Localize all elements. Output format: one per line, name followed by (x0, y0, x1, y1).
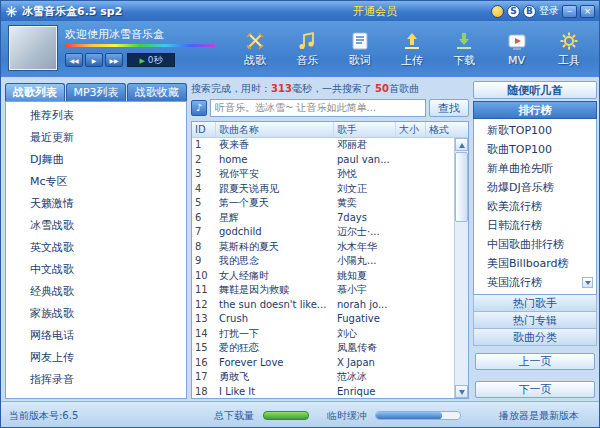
table-row[interactable]: 2 home paul van... (192, 153, 454, 168)
song-format (426, 153, 454, 168)
song-size (396, 298, 426, 313)
song-format (426, 269, 454, 284)
search-input[interactable] (210, 99, 426, 117)
table-row[interactable]: 5 第一个夏天 黄奕 (192, 196, 454, 211)
song-size (396, 182, 426, 197)
toolbar-button[interactable]: 战歌 (229, 23, 281, 75)
badge-b-icon[interactable]: B (523, 5, 536, 18)
section-song-categories[interactable]: 歌曲分类 (473, 329, 597, 346)
table-row[interactable]: 16 Forever Love X Japan (192, 356, 454, 371)
table-row[interactable]: 10 女人经痛时 姚知夏 (192, 269, 454, 284)
rank-item[interactable]: 欧美流行榜 (474, 197, 596, 216)
song-singer: 7days (334, 211, 396, 226)
rank-item[interactable]: 劲爆DJ音乐榜 (474, 178, 596, 197)
badge-s-icon[interactable]: S (507, 5, 520, 18)
category-item[interactable]: 网络电话 (6, 325, 186, 347)
song-name: 我的思念 (216, 254, 334, 269)
table-row[interactable]: 1 夜来香 邓丽君 (192, 138, 454, 153)
category-item[interactable]: 家族战歌 (6, 303, 186, 325)
coin-icon[interactable] (491, 5, 504, 18)
category-item[interactable]: 经典战歌 (6, 281, 186, 303)
status-suffix: 首歌曲 (389, 83, 419, 94)
rank-header[interactable]: 排行榜 (473, 101, 597, 119)
next-page-button[interactable]: 下一页 (475, 381, 595, 398)
login-link[interactable]: 登录 (539, 4, 559, 18)
table-row[interactable]: 11 舞鞋是因为救赎 慕小宇 (192, 283, 454, 298)
song-format (426, 356, 454, 371)
table-row[interactable]: 18 I Like It Enrique (192, 385, 454, 399)
song-name: Crush (216, 312, 334, 327)
play-button[interactable]: ▶ (85, 53, 103, 67)
table-row[interactable]: 7 godchild 迈尔士·... (192, 225, 454, 240)
category-item[interactable]: 指挥录音 (6, 369, 186, 391)
table-row[interactable]: 17 勇敢飞 范冰冰 (192, 370, 454, 385)
rank-item[interactable]: 英国流行榜 (474, 273, 596, 292)
random-play-button[interactable]: 随便听几首 (473, 81, 597, 99)
rank-item[interactable]: 新歌TOP100 (474, 121, 596, 140)
song-id: 17 (192, 370, 216, 385)
song-id: 16 (192, 356, 216, 371)
close-button[interactable] (580, 5, 595, 18)
toolbar-button[interactable]: 下载 (438, 23, 490, 75)
table-row[interactable]: 15 爱的狂恋 凤凰传奇 (192, 341, 454, 356)
category-item[interactable]: 最近更新 (6, 127, 186, 149)
table-row[interactable]: 4 跟夏天说再见 刘文正 (192, 182, 454, 197)
category-item[interactable]: 英文战歌 (6, 237, 186, 259)
toolbar-button[interactable]: 音乐 (281, 23, 333, 75)
rank-item[interactable]: 歌曲TOP100 (474, 140, 596, 159)
column-song-name[interactable]: 歌曲名称 (216, 122, 334, 137)
category-item[interactable]: 网友上传 (6, 347, 186, 369)
toolbar-button[interactable]: MV (490, 23, 542, 75)
search-row: 查找 (191, 98, 469, 118)
song-singer: 姚知夏 (334, 269, 396, 284)
minimize-button[interactable] (562, 5, 577, 18)
scroll-down-icon[interactable] (455, 385, 468, 398)
category-item[interactable]: 推荐列表 (6, 105, 186, 127)
column-format[interactable]: 格式 (426, 122, 468, 137)
rank-scroll-down-icon[interactable] (582, 277, 593, 288)
category-item[interactable]: 天籁激情 (6, 193, 186, 215)
rank-item[interactable]: 中国歌曲排行榜 (474, 235, 596, 254)
category-item[interactable]: 冰雪战歌 (6, 215, 186, 237)
song-size (396, 385, 426, 399)
vip-link[interactable]: 开通会员 (353, 4, 397, 19)
table-row[interactable]: 6 星辉 7days (192, 211, 454, 226)
prev-page-button[interactable]: 上一页 (475, 353, 595, 370)
category-item[interactable]: DJ舞曲 (6, 149, 186, 171)
section-hot-singers[interactable]: 热门歌手 (473, 295, 597, 312)
search-button[interactable]: 查找 (429, 99, 469, 117)
toolbar-button[interactable]: 歌词 (334, 23, 386, 75)
scrollbar-thumb[interactable] (455, 152, 468, 222)
tab-battle-song-favorites[interactable]: 战歌收藏 (127, 83, 187, 101)
scroll-up-icon[interactable] (455, 138, 468, 151)
table-scrollbar[interactable] (454, 138, 468, 398)
toolbar-button[interactable]: 上传 (386, 23, 438, 75)
toolbar-button[interactable]: 工具 (543, 23, 595, 75)
table-row[interactable]: 8 莫斯科的夏天 水木年华 (192, 240, 454, 255)
column-id[interactable]: ID (192, 122, 216, 137)
song-name: 第一个夏天 (216, 196, 334, 211)
song-name: the sun doesn't like... (216, 298, 334, 313)
table-row[interactable]: 14 打扰一下 刘心 (192, 327, 454, 342)
rank-item[interactable]: 日韩流行榜 (474, 216, 596, 235)
toolbar-button-label: 歌词 (349, 53, 371, 68)
table-row[interactable]: 3 祝你平安 孙悦 (192, 167, 454, 182)
rank-item[interactable]: 新单曲抢先听 (474, 159, 596, 178)
column-size[interactable]: 大小 (396, 122, 426, 137)
category-item[interactable]: Mc专区 (6, 171, 186, 193)
rank-item[interactable]: 美国Billboard榜 (474, 254, 596, 273)
previous-track-button[interactable]: ◀◀ (65, 53, 83, 67)
table-row[interactable]: 13 Crush Fugative (192, 312, 454, 327)
song-name: 女人经痛时 (216, 269, 334, 284)
tab-battle-song-list[interactable]: 战歌列表 (5, 83, 65, 101)
table-row[interactable]: 9 我的思念 小陽丸... (192, 254, 454, 269)
category-item[interactable]: 中文战歌 (6, 259, 186, 281)
section-hot-albums[interactable]: 热门专辑 (473, 312, 597, 329)
next-track-button[interactable]: ▶▶ (105, 53, 123, 67)
table-row[interactable]: 12 the sun doesn't like... norah jo... (192, 298, 454, 313)
song-name: Forever Love (216, 356, 334, 371)
song-singer: 迈尔士·... (334, 225, 396, 240)
tab-mp3-list[interactable]: MP3列表 (66, 83, 126, 101)
song-name: 莫斯科的夏天 (216, 240, 334, 255)
column-singer[interactable]: 歌手 (334, 122, 396, 137)
